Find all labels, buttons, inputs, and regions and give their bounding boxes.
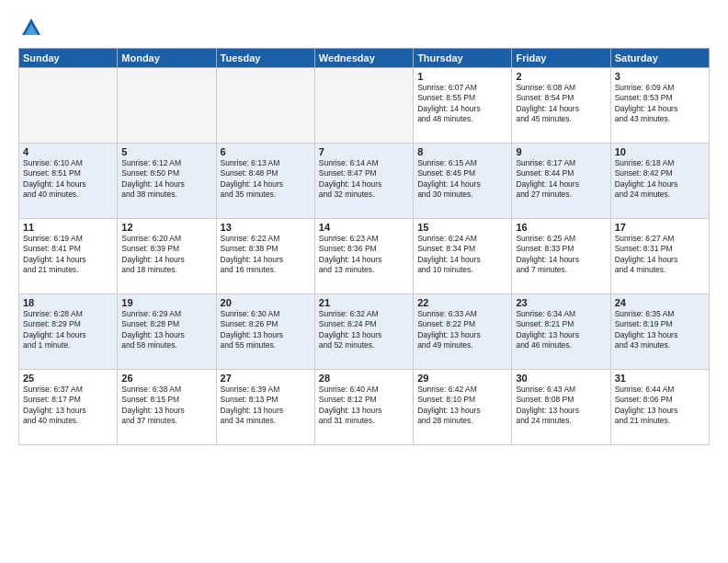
day-info: Sunrise: 6:34 AM Sunset: 8:21 PM Dayligh…: [516, 309, 606, 351]
day-number: 12: [121, 222, 211, 233]
calendar-cell: 31Sunrise: 6:44 AM Sunset: 8:06 PM Dayli…: [610, 370, 709, 445]
calendar-cell: 16Sunrise: 6:25 AM Sunset: 8:33 PM Dayli…: [512, 219, 610, 294]
calendar-day-header: Tuesday: [216, 49, 314, 68]
calendar-day-header: Saturday: [610, 49, 709, 68]
day-number: 15: [417, 222, 507, 233]
calendar-header: SundayMondayTuesdayWednesdayThursdayFrid…: [19, 49, 710, 68]
day-number: 10: [615, 146, 705, 157]
calendar-cell: 18Sunrise: 6:28 AM Sunset: 8:29 PM Dayli…: [19, 294, 118, 370]
day-info: Sunrise: 6:32 AM Sunset: 8:24 PM Dayligh…: [319, 309, 409, 351]
calendar-day-header: Sunday: [19, 49, 118, 68]
calendar-week-row: 25Sunrise: 6:37 AM Sunset: 8:17 PM Dayli…: [19, 370, 710, 445]
calendar-cell: 9Sunrise: 6:17 AM Sunset: 8:44 PM Daylig…: [512, 144, 610, 219]
day-info: Sunrise: 6:10 AM Sunset: 8:51 PM Dayligh…: [23, 158, 113, 201]
day-info: Sunrise: 6:27 AM Sunset: 8:31 PM Dayligh…: [615, 234, 705, 276]
calendar-cell: 17Sunrise: 6:27 AM Sunset: 8:31 PM Dayli…: [610, 219, 709, 294]
calendar-cell: [118, 68, 216, 144]
calendar-body: 1Sunrise: 6:07 AM Sunset: 8:55 PM Daylig…: [19, 68, 710, 445]
calendar-cell: 8Sunrise: 6:15 AM Sunset: 8:45 PM Daylig…: [414, 144, 512, 219]
day-number: 29: [417, 373, 507, 384]
day-number: 26: [121, 373, 211, 384]
calendar-cell: 25Sunrise: 6:37 AM Sunset: 8:17 PM Dayli…: [19, 370, 118, 445]
calendar-cell: 3Sunrise: 6:09 AM Sunset: 8:53 PM Daylig…: [610, 68, 709, 144]
page: SundayMondayTuesdayWednesdayThursdayFrid…: [0, 0, 728, 563]
calendar-cell: 13Sunrise: 6:22 AM Sunset: 8:38 PM Dayli…: [216, 219, 314, 294]
day-number: 2: [516, 71, 606, 82]
day-number: 11: [23, 222, 113, 233]
calendar-week-row: 1Sunrise: 6:07 AM Sunset: 8:55 PM Daylig…: [19, 68, 710, 144]
calendar-cell: 26Sunrise: 6:38 AM Sunset: 8:15 PM Dayli…: [118, 370, 216, 445]
day-number: 9: [516, 146, 606, 157]
day-number: 3: [615, 71, 705, 82]
calendar-table: SundayMondayTuesdayWednesdayThursdayFrid…: [18, 48, 710, 445]
calendar-cell: [314, 68, 413, 144]
calendar-cell: 11Sunrise: 6:19 AM Sunset: 8:41 PM Dayli…: [19, 219, 118, 294]
calendar-cell: [19, 68, 118, 144]
calendar-cell: 15Sunrise: 6:24 AM Sunset: 8:34 PM Dayli…: [414, 219, 512, 294]
day-number: 19: [121, 297, 211, 308]
calendar-cell: 2Sunrise: 6:08 AM Sunset: 8:54 PM Daylig…: [512, 68, 610, 144]
day-info: Sunrise: 6:14 AM Sunset: 8:47 PM Dayligh…: [319, 158, 409, 201]
day-number: 25: [23, 373, 113, 384]
calendar-week-row: 11Sunrise: 6:19 AM Sunset: 8:41 PM Dayli…: [19, 219, 710, 294]
day-info: Sunrise: 6:08 AM Sunset: 8:54 PM Dayligh…: [516, 83, 606, 125]
calendar-day-header: Friday: [512, 49, 610, 68]
calendar-cell: 4Sunrise: 6:10 AM Sunset: 8:51 PM Daylig…: [19, 144, 118, 219]
calendar-cell: 6Sunrise: 6:13 AM Sunset: 8:48 PM Daylig…: [216, 144, 314, 219]
calendar-cell: 24Sunrise: 6:35 AM Sunset: 8:19 PM Dayli…: [610, 294, 709, 370]
day-info: Sunrise: 6:29 AM Sunset: 8:28 PM Dayligh…: [121, 309, 211, 351]
calendar-cell: 19Sunrise: 6:29 AM Sunset: 8:28 PM Dayli…: [118, 294, 216, 370]
day-info: Sunrise: 6:12 AM Sunset: 8:50 PM Dayligh…: [121, 158, 211, 201]
day-number: 1: [417, 71, 507, 82]
day-info: Sunrise: 6:17 AM Sunset: 8:44 PM Dayligh…: [516, 158, 606, 201]
day-info: Sunrise: 6:28 AM Sunset: 8:29 PM Dayligh…: [23, 309, 113, 351]
day-number: 17: [615, 222, 705, 233]
calendar-cell: 20Sunrise: 6:30 AM Sunset: 8:26 PM Dayli…: [216, 294, 314, 370]
calendar-cell: 14Sunrise: 6:23 AM Sunset: 8:36 PM Dayli…: [314, 219, 413, 294]
calendar-cell: 10Sunrise: 6:18 AM Sunset: 8:42 PM Dayli…: [610, 144, 709, 219]
header: [18, 15, 710, 40]
day-number: 24: [615, 297, 705, 308]
day-number: 7: [319, 146, 409, 157]
calendar-cell: 22Sunrise: 6:33 AM Sunset: 8:22 PM Dayli…: [414, 294, 512, 370]
day-info: Sunrise: 6:35 AM Sunset: 8:19 PM Dayligh…: [615, 309, 705, 351]
day-number: 23: [516, 297, 606, 308]
day-info: Sunrise: 6:43 AM Sunset: 8:08 PM Dayligh…: [516, 385, 606, 427]
day-info: Sunrise: 6:42 AM Sunset: 8:10 PM Dayligh…: [417, 385, 507, 427]
day-info: Sunrise: 6:18 AM Sunset: 8:42 PM Dayligh…: [615, 158, 705, 201]
calendar-cell: 27Sunrise: 6:39 AM Sunset: 8:13 PM Dayli…: [216, 370, 314, 445]
day-number: 5: [121, 146, 211, 157]
day-info: Sunrise: 6:24 AM Sunset: 8:34 PM Dayligh…: [417, 234, 507, 276]
calendar-cell: 28Sunrise: 6:40 AM Sunset: 8:12 PM Dayli…: [314, 370, 413, 445]
calendar-cell: 12Sunrise: 6:20 AM Sunset: 8:39 PM Dayli…: [118, 219, 216, 294]
day-info: Sunrise: 6:25 AM Sunset: 8:33 PM Dayligh…: [516, 234, 606, 276]
day-number: 31: [615, 373, 705, 384]
day-info: Sunrise: 6:19 AM Sunset: 8:41 PM Dayligh…: [23, 234, 113, 276]
calendar-cell: 5Sunrise: 6:12 AM Sunset: 8:50 PM Daylig…: [118, 144, 216, 219]
calendar-cell: 7Sunrise: 6:14 AM Sunset: 8:47 PM Daylig…: [314, 144, 413, 219]
calendar-day-header: Thursday: [414, 49, 512, 68]
day-info: Sunrise: 6:37 AM Sunset: 8:17 PM Dayligh…: [23, 385, 113, 427]
day-number: 6: [221, 146, 311, 157]
day-number: 30: [516, 373, 606, 384]
day-number: 27: [221, 373, 311, 384]
day-info: Sunrise: 6:30 AM Sunset: 8:26 PM Dayligh…: [221, 309, 311, 351]
calendar-cell: 1Sunrise: 6:07 AM Sunset: 8:55 PM Daylig…: [414, 68, 512, 144]
day-number: 18: [23, 297, 113, 308]
day-number: 13: [221, 222, 311, 233]
day-info: Sunrise: 6:38 AM Sunset: 8:15 PM Dayligh…: [121, 385, 211, 427]
day-info: Sunrise: 6:07 AM Sunset: 8:55 PM Dayligh…: [417, 83, 507, 125]
day-info: Sunrise: 6:23 AM Sunset: 8:36 PM Dayligh…: [319, 234, 409, 276]
day-info: Sunrise: 6:39 AM Sunset: 8:13 PM Dayligh…: [221, 385, 311, 427]
day-info: Sunrise: 6:22 AM Sunset: 8:38 PM Dayligh…: [221, 234, 311, 276]
day-number: 8: [417, 146, 507, 157]
day-number: 20: [221, 297, 311, 308]
calendar-day-header: Monday: [118, 49, 216, 68]
calendar-day-header: Wednesday: [314, 49, 413, 68]
day-info: Sunrise: 6:40 AM Sunset: 8:12 PM Dayligh…: [319, 385, 409, 427]
day-number: 22: [417, 297, 507, 308]
calendar-header-row: SundayMondayTuesdayWednesdayThursdayFrid…: [19, 49, 710, 68]
calendar-week-row: 18Sunrise: 6:28 AM Sunset: 8:29 PM Dayli…: [19, 294, 710, 370]
day-info: Sunrise: 6:09 AM Sunset: 8:53 PM Dayligh…: [615, 83, 705, 125]
day-number: 28: [319, 373, 409, 384]
